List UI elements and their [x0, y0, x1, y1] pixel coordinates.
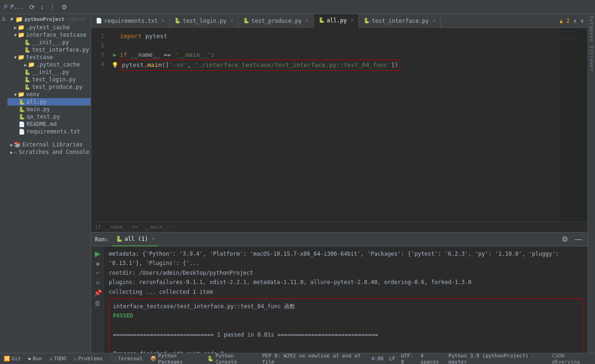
minimap: import pytest if __name__ == pytest.main… — [560, 28, 588, 222]
code-box-line4: pytest.main(['-vs', './interface_testcas… — [120, 60, 400, 71]
packages-icon: 📦 — [150, 356, 157, 362]
run-tab-close[interactable]: × — [152, 236, 155, 242]
file-tree: ▼ 📁 pythonProject ~/Desk ▶ 📁 .pytest_cac… — [7, 14, 91, 353]
tab-close-test-login[interactable]: × — [230, 18, 233, 24]
run-body: ▶ ■ ↩ ≡ 📌 🗑 metadata: {'Python': '3.9.4'… — [91, 246, 588, 353]
tab-requirements[interactable]: 📄 requirements.txt × — [91, 14, 170, 28]
tree-label: Scratches and Console — [19, 149, 89, 155]
minimize-run-btn[interactable]: — — [573, 234, 584, 245]
tree-item-readme[interactable]: 📄 README.md — [7, 120, 91, 128]
settings-run-btn[interactable]: ⚙ — [560, 234, 570, 245]
problems-toolbar-item[interactable]: ⚠ Problems — [74, 356, 103, 362]
tab-label: test_login.py — [183, 18, 226, 24]
tab-test-login[interactable]: 🐍 test_login.py × — [170, 14, 238, 28]
expand-btn[interactable]: ∨ — [581, 18, 584, 24]
scroll-button[interactable]: ≡ — [96, 279, 99, 286]
project-path: ~/Desk — [66, 16, 85, 22]
indent: 4 spaces — [421, 353, 443, 364]
boxed-line-1: interface_testcase/test_interface.py::te… — [113, 302, 579, 311]
layout-button[interactable]: ↕ — [39, 2, 46, 12]
todo-toolbar-item[interactable]: ☑ TODO — [49, 356, 66, 362]
py-icon: 🐍 — [364, 18, 370, 24]
python-console-toolbar-item[interactable]: 🐍 Python Console — [207, 353, 254, 364]
warning-count[interactable]: ▲ 2 — [560, 18, 570, 24]
tree-item-venv[interactable]: ▼ 📁 venv — [7, 91, 91, 98]
tree-item-qa-test-py[interactable]: 🐍 qa_test.py — [7, 113, 91, 120]
line-num-3: 3 — [95, 50, 104, 60]
run-icon: ▶ — [28, 356, 32, 362]
left-sidebar-icons: G — [0, 14, 7, 353]
collapse-btn[interactable]: ∧ — [574, 18, 577, 24]
output-line-1: metadata: {'Python': '3.9.4', 'Platform'… — [109, 249, 583, 268]
tree-item-interface-testcase[interactable]: ▼ 📁 interface_testcase — [7, 31, 91, 39]
code-text-4: pytest.main(['-vs', './interface_testcas… — [120, 60, 400, 71]
tab-close-requirements[interactable]: × — [162, 18, 165, 24]
tree-item-testcase[interactable]: ▼ 📁 testcase — [7, 53, 91, 61]
project-root[interactable]: ▼ 📁 pythonProject ~/Desk — [7, 14, 91, 24]
run-tab-all[interactable]: 🐍 all (1) × — [112, 232, 159, 246]
tree-label: main.py — [26, 106, 50, 113]
tree-item-init-py-2[interactable]: 🐍 __init__.py — [7, 68, 91, 76]
line-num-1: 1 — [95, 32, 104, 41]
project-folder-icon: 📁 — [15, 16, 23, 23]
siv-icon[interactable]: SiViewer — [589, 46, 594, 72]
project-name: pythonProject — [25, 16, 65, 22]
tab-close-test-produce[interactable]: × — [305, 18, 309, 24]
clear-button[interactable]: 🗑 — [94, 299, 101, 307]
database-icon[interactable]: Database — [589, 16, 594, 42]
tree-item-external-libs[interactable]: ▶ 📚 External Libraries — [7, 141, 91, 148]
stop-button[interactable]: ■ — [96, 261, 99, 267]
git-toolbar-item[interactable]: 🔀 Git — [4, 356, 21, 362]
sync-button[interactable]: ⟳ — [27, 2, 37, 12]
code-editor[interactable]: 1 2 3 4 import pytest — [91, 28, 588, 222]
tree-item-pytest-cache-root[interactable]: ▶ 📁 .pytest_cache — [7, 24, 91, 31]
python-version: Python 3.9 (pythonProject) - master — [449, 353, 547, 364]
boxed-line-blank2 — [113, 340, 579, 349]
line-num-4: 4 — [95, 60, 104, 69]
settings-button[interactable]: ⚙ — [60, 2, 69, 12]
py-file-icon: 🐍 — [19, 99, 25, 105]
bottom-toolbar: 🔀 Git ▶ Run ☑ TODO ⚠ Problems ⬛ Terminal… — [0, 353, 595, 364]
right-brand: CSDN @Everying — [552, 353, 591, 364]
python-packages-toolbar-item[interactable]: 📦 Python Packages — [150, 353, 200, 364]
line-indicator-2 — [112, 41, 118, 50]
tree-item-test-interface-py[interactable]: 🐍 test_interface.py — [7, 46, 91, 53]
tree-item-requirements-txt[interactable]: 📄 requirements.txt — [7, 128, 91, 135]
code-line-2 — [112, 41, 588, 50]
tree-label: test_interface.py — [32, 46, 89, 53]
tab-all[interactable]: 🐍 all.py × — [314, 14, 359, 28]
tree-item-test-produce-py[interactable]: 🐍 test_produce.py — [7, 83, 91, 91]
terminal-toolbar-item[interactable]: ⬛ Terminal — [110, 356, 143, 362]
todo-icon: ☑ — [49, 356, 53, 362]
todo-label: TODO — [54, 356, 66, 362]
code-area[interactable]: import pytest ▶ if __name__ == '__main__… — [108, 28, 588, 222]
run-icon: 🐍 — [116, 236, 123, 242]
tree-label: __init__.py — [32, 69, 69, 75]
rerun-button[interactable]: ↩ — [96, 270, 100, 276]
py-icon: 🐍 — [174, 18, 181, 24]
arrow-icon: ▶ — [10, 150, 13, 155]
folder-icon: 📁 — [18, 32, 25, 38]
tab-test-produce[interactable]: 🐍 test_produce.py × — [238, 14, 314, 28]
editor-bottom-hint: if __name__ == '__main__': — [91, 222, 588, 232]
tree-label: qa_test.py — [26, 113, 60, 120]
title-bar: P P... ⟳ ↕ ⋮ ⚙ — [0, 0, 595, 14]
tab-close-test-interface[interactable]: × — [433, 18, 436, 24]
pin-button[interactable]: 📌 — [94, 289, 102, 297]
tree-item-scratches[interactable]: ▶ ✏️ Scratches and Console — [7, 148, 91, 156]
code-line-3: ▶ if __name__ == '__main__': — [112, 50, 588, 60]
tree-item-pytest-cache-2[interactable]: ▶ 📁 .pytest_cache — [7, 61, 91, 68]
more-button[interactable]: ⋮ — [47, 2, 58, 12]
tab-test-interface[interactable]: 🐍 test_interface.py × — [359, 14, 441, 28]
position-indicator: 4:80 — [371, 356, 384, 362]
tree-label: testcase — [26, 54, 53, 60]
tree-item-all-py[interactable]: 🐍 all.py — [7, 98, 91, 106]
tree-item-main-py[interactable]: 🐍 main.py — [7, 106, 91, 113]
folder-icon: 📁 — [28, 61, 35, 68]
tree-item-init-py-1[interactable]: 🐍 __init__.py — [7, 39, 91, 46]
play-button[interactable]: ▶ — [95, 249, 100, 258]
py-file-icon: 🐍 — [24, 77, 31, 83]
tree-item-test-login-py[interactable]: 🐍 test_login.py — [7, 76, 91, 83]
run-toolbar-item[interactable]: ▶ Run — [28, 356, 42, 362]
tab-close-all[interactable]: × — [350, 17, 354, 23]
